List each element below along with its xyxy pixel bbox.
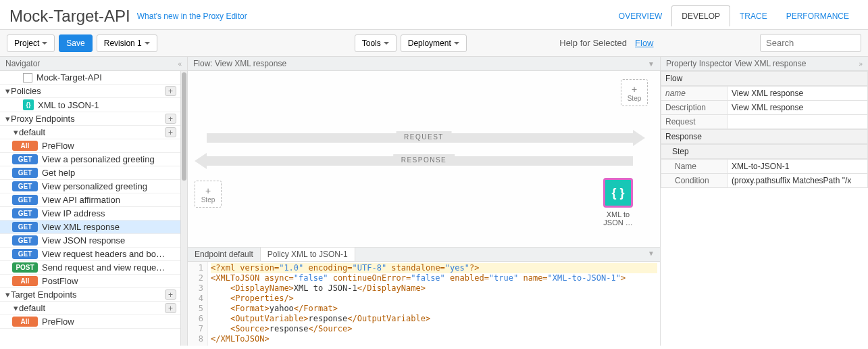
- caret-icon: [454, 42, 459, 45]
- add-icon[interactable]: +: [165, 114, 176, 124]
- nav-flow-item[interactable]: GETView XML response: [0, 220, 180, 234]
- add-icon[interactable]: +: [165, 289, 176, 300]
- nav-section-policies[interactable]: ▾Policies+: [0, 85, 180, 98]
- tab-performance[interactable]: PERFORMANCE: [777, 6, 859, 26]
- prop-value[interactable]: View XML response: [727, 87, 868, 101]
- prop-key: Condition: [661, 174, 727, 188]
- method-badge: GET: [12, 235, 38, 246]
- method-badge: GET: [12, 195, 38, 205]
- collapse-icon[interactable]: »: [859, 60, 863, 68]
- method-badge: GET: [12, 168, 38, 178]
- tab-trace[interactable]: TRACE: [730, 6, 777, 26]
- nav-policy-item[interactable]: {}XML to JSON-1: [0, 98, 180, 112]
- response-lane-label: RESPONSE: [393, 154, 455, 166]
- prop-key: Request: [661, 115, 727, 129]
- prop-key: Description: [661, 101, 727, 115]
- navigator-title: Navigator: [5, 59, 40, 68]
- caret-icon: [384, 42, 389, 45]
- nav-flow-item[interactable]: GETView IP address: [0, 207, 180, 220]
- method-badge: GET: [12, 154, 38, 164]
- tab-develop[interactable]: DEVELOP: [671, 5, 730, 26]
- tools-button[interactable]: Tools: [355, 34, 397, 52]
- nav-flow-item[interactable]: GETGet help: [0, 166, 180, 180]
- method-badge: GET: [12, 208, 38, 218]
- page-title: Mock-Target-API: [9, 7, 130, 26]
- nav-section-target[interactable]: ▾Target Endpoints+: [0, 288, 180, 302]
- help-label: Help for Selected: [559, 38, 627, 48]
- prop-section-step: Step: [661, 144, 868, 159]
- nav-flow-item[interactable]: GETView request headers and bo…: [0, 248, 180, 261]
- scrollbar[interactable]: [180, 71, 187, 346]
- whats-new-link[interactable]: What's new in the Proxy Editor: [137, 11, 247, 21]
- code-tab-policy[interactable]: Policy XML to JSON-1: [261, 248, 355, 261]
- add-icon[interactable]: +: [165, 86, 176, 96]
- nav-section-proxy[interactable]: ▾Proxy Endpoints+: [0, 112, 180, 126]
- caret-icon: [42, 42, 47, 45]
- prop-value[interactable]: View XML response: [727, 101, 868, 115]
- nav-flow-item[interactable]: GETView API affirmation: [0, 193, 180, 207]
- search-input[interactable]: [760, 34, 861, 52]
- save-button[interactable]: Save: [59, 34, 92, 52]
- code-tab-endpoint[interactable]: Endpoint default: [188, 248, 261, 261]
- add-step-request[interactable]: +Step: [621, 79, 648, 106]
- prop-value[interactable]: XML-to-JSON-1: [727, 160, 868, 174]
- caret-icon: [145, 42, 150, 45]
- collapse-icon[interactable]: ▼: [642, 248, 660, 261]
- nav-flow-item[interactable]: GETView a personalized greeting: [0, 153, 180, 166]
- method-badge: All: [12, 317, 38, 327]
- method-badge: GET: [12, 222, 38, 232]
- nav-default[interactable]: ▾default+: [0, 126, 180, 139]
- nav-flow-item[interactable]: POSTSend request and view reque…: [0, 261, 180, 275]
- request-lane-label: REQUEST: [396, 131, 452, 143]
- method-badge: GET: [12, 181, 38, 191]
- nav-flow-item[interactable]: GETView JSON response: [0, 234, 180, 248]
- nav-target-default[interactable]: ▾default+: [0, 302, 180, 315]
- tab-overview[interactable]: OVERVIEW: [609, 6, 671, 26]
- project-button[interactable]: Project: [7, 34, 55, 52]
- collapse-icon[interactable]: ▼: [648, 60, 655, 68]
- collapse-icon[interactable]: «: [178, 60, 182, 68]
- prop-value[interactable]: [727, 115, 868, 129]
- page-icon: [23, 73, 32, 83]
- flow-title: Flow: View XML response: [193, 59, 286, 68]
- policy-node-label: XML to JSON …: [598, 210, 638, 227]
- nav-root[interactable]: Mock-Target-API: [0, 71, 180, 85]
- add-icon[interactable]: +: [165, 127, 176, 137]
- prop-key: name: [661, 87, 727, 101]
- add-icon[interactable]: +: [165, 303, 176, 313]
- revision-button[interactable]: Revision 1: [97, 34, 157, 52]
- nav-flow-item[interactable]: AllPostFlow: [0, 275, 180, 288]
- nav-flow-item[interactable]: GETView personalized greeting: [0, 180, 180, 193]
- policy-node-xml-to-json[interactable]: { }: [603, 178, 633, 208]
- flow-link[interactable]: Flow: [635, 38, 653, 48]
- prop-section-response: Response: [661, 129, 868, 144]
- json-icon: {}: [23, 99, 34, 110]
- method-badge: All: [12, 276, 38, 286]
- deployment-button[interactable]: Deployment: [401, 34, 467, 52]
- method-badge: GET: [12, 249, 38, 259]
- prop-section-flow: Flow: [661, 71, 868, 86]
- property-inspector-title: Property Inspector View XML response: [666, 59, 806, 68]
- prop-key: Name: [661, 160, 727, 174]
- method-badge: All: [12, 141, 38, 151]
- method-badge: POST: [12, 262, 38, 273]
- code-editor[interactable]: 12345678 <?xml version="1.0" encoding="U…: [188, 262, 660, 346]
- nav-flow-item[interactable]: AllPreFlow: [0, 139, 180, 153]
- add-step-response[interactable]: +Step: [195, 181, 222, 208]
- nav-flow-item[interactable]: AllPreFlow: [0, 315, 180, 329]
- prop-value[interactable]: (proxy.pathsuffix MatchesPath "/x: [727, 174, 868, 188]
